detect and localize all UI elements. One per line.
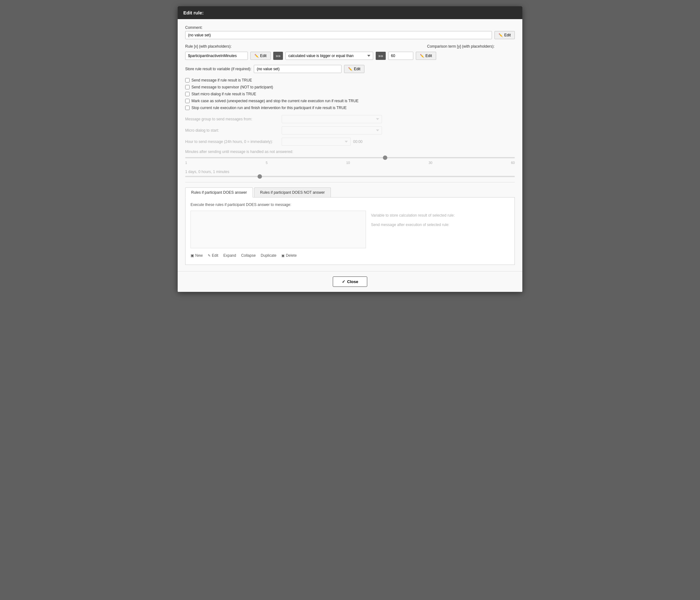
delete-label: Delete — [286, 253, 297, 258]
rule-row: Edit »» calculated value is bigger or eq… — [185, 52, 515, 60]
rule-x-edit-button[interactable]: Edit — [250, 52, 271, 60]
store-input[interactable] — [254, 65, 342, 73]
checkbox-label-5[interactable]: Stop current rule execution run and fini… — [192, 106, 347, 110]
store-edit-label: Edit — [354, 67, 360, 71]
store-edit-button[interactable]: Edit — [344, 65, 365, 73]
edit-rule-button[interactable]: ✎ Edit — [208, 253, 218, 258]
comment-input[interactable] — [185, 31, 492, 39]
tab-content: Execute these rules if participant DOES … — [185, 197, 515, 265]
delete-icon: ▣ — [281, 254, 284, 258]
minutes-slider-thumb[interactable] — [383, 155, 387, 160]
checkbox-send-message[interactable] — [185, 78, 190, 82]
comment-section: Comment: Edit — [185, 25, 515, 39]
check-icon: ✓ — [342, 279, 345, 284]
tab-does-answer-label: Rules if participant DOES answer — [191, 190, 247, 195]
rule-x-edit-label: Edit — [260, 54, 267, 58]
pencil-icon — [499, 33, 503, 37]
collapse-button[interactable]: Collapse — [241, 253, 256, 258]
checkbox-stop-execution[interactable] — [185, 106, 190, 110]
micro-dialog-label: Micro dialog to start: — [185, 128, 279, 133]
modal-body: Comment: Edit Rule [x] (with placeholder… — [178, 19, 522, 271]
slider-label-2: 5 — [266, 161, 268, 165]
edit-label: Edit — [212, 253, 218, 258]
pencil-icon-2 — [254, 54, 259, 58]
tab-does-not-answer[interactable]: Rules if participant DOES NOT answer — [254, 188, 331, 197]
checkbox-label-4[interactable]: Mark case as solved (unexpected message)… — [192, 99, 358, 103]
slider-labels: 1 5 10 30 60 — [185, 161, 515, 165]
comparison-term-label: Comparison term [y] (with placeholders): — [427, 44, 515, 49]
arrow-button-2[interactable]: »» — [376, 52, 386, 60]
slider-label-4: 30 — [429, 161, 432, 165]
comment-row: Edit — [185, 31, 515, 39]
checkbox-row-4: Mark case as solved (unexpected message)… — [185, 99, 515, 103]
rule-section: Rule [x] (with placeholders): Comparison… — [185, 44, 515, 60]
collapse-label: Collapse — [241, 253, 256, 258]
hour-send-label: Hour to send message (24h hours, 0 = imm… — [185, 140, 279, 144]
message-group-label: Message group to send messages from: — [185, 117, 279, 121]
tabs-row: Rules if participant DOES answer Rules i… — [185, 188, 515, 197]
duplicate-label: Duplicate — [261, 253, 276, 258]
minutes-row: Minutes after sending until message is h… — [185, 149, 515, 154]
delete-button[interactable]: ▣ Delete — [281, 253, 297, 258]
close-button[interactable]: ✓ Close — [333, 277, 367, 287]
checkbox-send-supervisor[interactable] — [185, 85, 190, 89]
micro-dialog-row: Micro dialog to start: — [185, 126, 515, 135]
edit-rule-modal: Edit rule: Comment: Edit Rule [ — [178, 6, 522, 292]
checkbox-label-1[interactable]: Send message if rule result is TRUE — [192, 78, 252, 82]
minutes-slider-container: 1 5 10 30 60 — [185, 157, 515, 166]
expand-button[interactable]: Expand — [223, 253, 236, 258]
checkbox-row-1: Send message if rule result is TRUE — [185, 78, 515, 82]
divider — [185, 182, 515, 183]
greyed-section: Message group to send messages from: Mic… — [185, 115, 515, 146]
tab-does-not-answer-label: Rules if participant DOES NOT answer — [260, 190, 325, 195]
checkbox-label-2[interactable]: Send message to supervisor (NOT to parti… — [192, 85, 273, 89]
slider-label-5: 60 — [511, 161, 515, 165]
checkbox-row-3: Start micro dialog if rule result is TRU… — [185, 92, 515, 96]
comparison-edit-label: Edit — [426, 54, 432, 58]
checkbox-micro-dialog[interactable] — [185, 92, 190, 96]
tab-content-description: Execute these rules if participant DOES … — [191, 202, 509, 207]
rules-toolbar: ▣ New ✎ Edit Expand Collapse — [191, 251, 366, 260]
new-rule-button[interactable]: ▣ New — [191, 253, 203, 258]
hour-send-row: Hour to send message (24h hours, 0 = imm… — [185, 138, 515, 146]
duplicate-button[interactable]: Duplicate — [261, 253, 276, 258]
minutes-slider-section: Minutes after sending until message is h… — [185, 149, 515, 166]
hour-select[interactable] — [282, 138, 351, 146]
comparison-value-input[interactable] — [388, 52, 413, 60]
rules-list-box — [191, 211, 366, 248]
minutes-label: Minutes after sending until message is h… — [185, 149, 293, 154]
pencil-icon-4 — [348, 67, 352, 71]
edit-icon: ✎ — [208, 254, 210, 258]
checkbox-row-5: Stop current rule execution run and fini… — [185, 106, 515, 110]
checkboxes-section: Send message if rule result is TRUE Send… — [185, 78, 515, 110]
rule-x-input[interactable] — [185, 52, 248, 60]
comment-label: Comment: — [185, 25, 515, 30]
new-icon: ▣ — [191, 253, 194, 258]
slider-label-3: 10 — [346, 161, 350, 165]
checkbox-mark-solved[interactable] — [185, 99, 190, 103]
backdrop: Edit rule: Comment: Edit Rule [ — [0, 0, 700, 600]
modal-title: Edit rule: — [183, 10, 204, 15]
tab-does-answer[interactable]: Rules if participant DOES answer — [185, 188, 253, 197]
checkbox-label-3[interactable]: Start micro dialog if rule result is TRU… — [192, 92, 256, 96]
store-row: Store rule result to variable (if requir… — [185, 65, 515, 73]
pencil-icon-3 — [420, 54, 424, 58]
checkbox-row-2: Send message to supervisor (NOT to parti… — [185, 85, 515, 89]
send-message-after-label: Send message after execution of selected… — [371, 222, 509, 227]
message-group-select[interactable] — [282, 115, 382, 123]
comparison-edit-button[interactable]: Edit — [416, 52, 436, 60]
arrow-button-1[interactable]: »» — [273, 52, 283, 60]
rule-labels-row: Rule [x] (with placeholders): Comparison… — [185, 44, 515, 50]
expand-label: Expand — [223, 253, 236, 258]
micro-dialog-select[interactable] — [282, 126, 382, 135]
new-label: New — [195, 253, 203, 258]
modal-header: Edit rule: — [178, 6, 522, 19]
days-slider-track — [185, 176, 515, 177]
comparison-select[interactable]: calculated value is bigger or equal than… — [285, 52, 373, 60]
modal-footer: ✓ Close — [178, 271, 522, 292]
comment-edit-button[interactable]: Edit — [495, 31, 515, 39]
store-section: Store rule result to variable (if requir… — [185, 65, 515, 73]
comment-edit-label: Edit — [504, 33, 511, 37]
days-slider-thumb[interactable] — [257, 174, 262, 179]
days-slider-section: 1 days, 0 hours, 1 minutes — [185, 170, 515, 177]
